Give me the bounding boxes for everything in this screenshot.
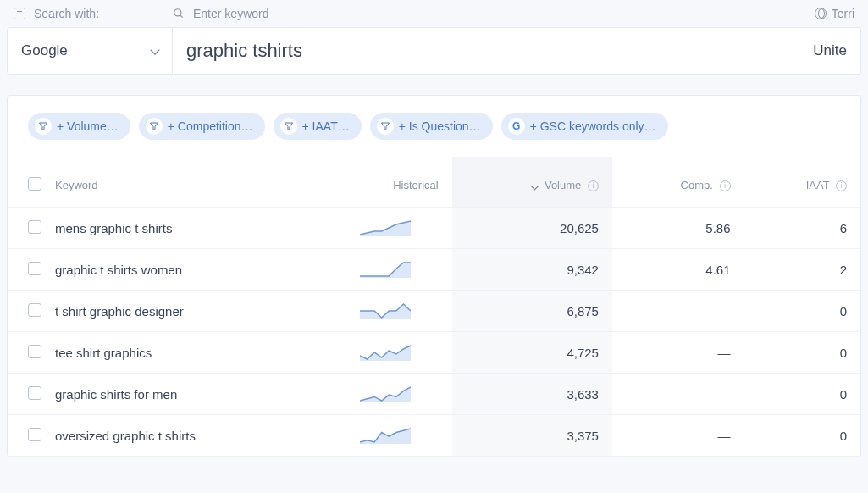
filter-pill[interactable]: + Volume… <box>28 113 130 140</box>
volume-cell: 9,342 <box>452 249 612 291</box>
volume-cell: 3,375 <box>452 415 612 457</box>
keyword-cell: mens graphic t shirts <box>55 208 318 249</box>
historical-cell <box>318 332 451 374</box>
row-checkbox[interactable] <box>28 386 41 400</box>
table-row: t shirt graphic designer6,875—0 <box>8 291 860 332</box>
layout-icon <box>14 8 25 19</box>
row-checkbox[interactable] <box>28 262 41 275</box>
row-checkbox[interactable] <box>28 220 41 234</box>
funnel-icon <box>146 118 163 135</box>
iaat-cell: 0 <box>744 291 861 332</box>
sort-desc-icon <box>531 182 539 191</box>
keyword-cell: oversized graphic t shirts <box>55 415 318 457</box>
col-comp[interactable]: Comp. i <box>612 157 744 208</box>
filter-label: + IAAT… <box>302 119 350 133</box>
col-keyword[interactable]: Keyword <box>55 157 318 208</box>
region-value: Unite <box>813 42 847 59</box>
keyword-hint: Enter keyword <box>193 7 268 20</box>
iaat-cell: 0 <box>744 332 861 374</box>
filter-label: + GSC keywords only… <box>530 119 656 133</box>
funnel-icon <box>35 118 52 135</box>
region-select[interactable]: Unite <box>799 27 861 75</box>
filter-pill[interactable]: + Competition… <box>139 113 265 140</box>
table-row: mens graphic t shirts20,6255.866 <box>8 208 860 249</box>
volume-cell: 6,875 <box>452 291 612 332</box>
keyword-cell: t shirt graphic designer <box>55 291 318 332</box>
search-icon <box>173 8 185 19</box>
sparkline <box>360 302 411 319</box>
svg-line-1 <box>180 15 183 18</box>
col-volume[interactable]: Volume i <box>452 157 612 208</box>
volume-cell: 4,725 <box>452 332 612 374</box>
sparkline <box>360 219 411 236</box>
svg-point-0 <box>174 9 181 16</box>
col-historical[interactable]: Historical <box>318 157 451 208</box>
sparkline <box>360 427 411 444</box>
iaat-cell: 0 <box>744 415 861 457</box>
historical-cell <box>318 415 451 457</box>
territory-label: Terri <box>832 7 854 20</box>
historical-cell <box>318 249 451 291</box>
row-checkbox[interactable] <box>28 345 41 358</box>
chevron-down-icon <box>150 45 159 54</box>
volume-cell: 3,633 <box>452 374 612 415</box>
comp-cell: 5.86 <box>612 208 744 249</box>
keyword-input[interactable] <box>173 27 799 75</box>
filter-label: + Volume… <box>57 119 119 133</box>
sparkline <box>360 385 411 402</box>
historical-cell <box>318 291 451 332</box>
col-iaat[interactable]: IAAT i <box>744 157 861 208</box>
engine-value: Google <box>21 42 68 59</box>
filter-label: + Competition… <box>168 119 253 133</box>
comp-cell: — <box>612 291 744 332</box>
table-row: graphic t shirts women9,3424.612 <box>8 249 860 291</box>
volume-cell: 20,625 <box>452 208 612 249</box>
table-row: oversized graphic t shirts3,375—0 <box>8 415 860 457</box>
row-checkbox[interactable] <box>28 428 41 441</box>
iaat-cell: 0 <box>744 374 861 415</box>
engine-select[interactable]: Google <box>7 27 173 75</box>
funnel-icon <box>280 118 297 135</box>
comp-cell: — <box>612 415 744 457</box>
filter-pill[interactable]: G+ GSC keywords only… <box>501 113 668 140</box>
filter-label: + Is Question… <box>399 119 481 133</box>
info-icon: i <box>720 180 731 191</box>
sparkline <box>360 344 411 361</box>
table-row: graphic shirts for men3,633—0 <box>8 374 860 415</box>
comp-cell: — <box>612 332 744 374</box>
sparkline <box>360 261 411 278</box>
historical-cell <box>318 208 451 249</box>
filter-pill[interactable]: + Is Question… <box>370 113 493 140</box>
iaat-cell: 2 <box>744 249 861 291</box>
search-with-label: Search with: <box>34 7 99 20</box>
historical-cell <box>318 374 451 415</box>
iaat-cell: 6 <box>744 208 861 249</box>
select-all-checkbox[interactable] <box>28 177 41 191</box>
globe-icon <box>815 8 827 19</box>
filter-pill[interactable]: + IAAT… <box>274 113 362 140</box>
keyword-cell: graphic t shirts women <box>55 249 318 291</box>
info-icon: i <box>836 180 847 191</box>
info-icon: i <box>588 180 599 191</box>
funnel-icon <box>377 118 394 135</box>
table-row: tee shirt graphics4,725—0 <box>8 332 860 374</box>
row-checkbox[interactable] <box>28 303 41 317</box>
keyword-cell: tee shirt graphics <box>55 332 318 374</box>
comp-cell: 4.61 <box>612 249 744 291</box>
google-icon: G <box>508 118 525 135</box>
comp-cell: — <box>612 374 744 415</box>
keyword-cell: graphic shirts for men <box>55 374 318 415</box>
